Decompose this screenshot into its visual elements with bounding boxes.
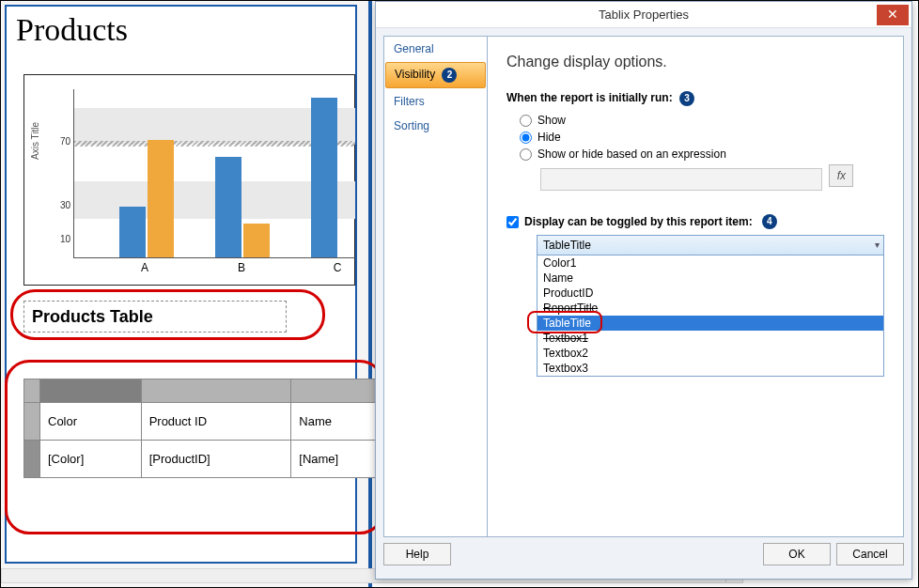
ytick: 30 <box>48 200 70 210</box>
nav-sorting[interactable]: Sorting <box>384 114 487 138</box>
report-page: Products Axis Title 10 30 70 <box>5 5 357 564</box>
nav-visibility[interactable]: Visibility 2 <box>385 62 486 88</box>
chevron-down-icon: ▾ <box>875 240 880 250</box>
dialog-titlebar[interactable]: Tablix Properties ✕ <box>376 2 911 28</box>
dropdown-list: Color1 Name ProductID ReportTitle TableT… <box>537 255 884 377</box>
radio-input[interactable] <box>520 132 532 144</box>
radio-input[interactable] <box>520 148 532 161</box>
content-heading: Change display options. <box>506 54 884 70</box>
close-icon: ✕ <box>887 7 898 22</box>
fx-button[interactable]: fx <box>829 164 853 187</box>
chart[interactable]: Axis Title 10 30 70 A B C <box>23 74 355 286</box>
when-run-label: When the report is initially run: 3 <box>506 91 884 106</box>
dropdown-option[interactable]: Color1 <box>537 255 883 271</box>
report-title: Products <box>7 7 355 54</box>
dropdown-option[interactable]: Name <box>537 271 883 286</box>
nav-filters[interactable]: Filters <box>384 89 487 114</box>
ytick: 70 <box>48 136 70 147</box>
toggle-checkbox[interactable] <box>506 216 519 228</box>
annotation-bubble: 4 <box>762 214 777 229</box>
toggle-item-dropdown[interactable]: TableTitle ▾ Color1 Name ProductID Repor… <box>537 235 884 377</box>
radio-hide[interactable]: Hide <box>520 131 884 144</box>
chart-plot: 10 30 70 A B C <box>73 89 355 258</box>
dialog-nav: General Visibility 2 Filters Sorting <box>383 36 488 537</box>
tablix-header[interactable]: Color <box>40 403 142 441</box>
radio-show[interactable]: Show <box>520 114 884 127</box>
cancel-button[interactable]: Cancel <box>836 543 904 565</box>
radio-expression[interactable]: Show or hide based on an expression <box>520 147 884 161</box>
dropdown-option[interactable]: Textbox2 <box>537 346 883 361</box>
toggle-checkbox-row[interactable]: Display can be toggled by this report it… <box>506 214 884 229</box>
dropdown-option[interactable]: ReportTitle <box>537 301 883 316</box>
help-button[interactable]: Help <box>383 543 451 565</box>
dropdown-option[interactable]: Textbox3 <box>537 361 883 376</box>
xtick: C <box>334 261 342 274</box>
tablix-header[interactable]: Product ID <box>141 403 291 441</box>
expression-textbox[interactable] <box>540 168 822 191</box>
nav-general[interactable]: General <box>384 37 487 61</box>
dropdown-selected: TableTitle <box>543 239 591 252</box>
radio-input[interactable] <box>520 115 532 127</box>
tablix-cell[interactable]: [ProductID] <box>141 441 291 478</box>
ok-button[interactable]: OK <box>763 543 831 565</box>
xtick: B <box>238 261 245 274</box>
tablix[interactable]: Color Product ID Name [Color] [ProductID… <box>23 379 399 478</box>
tablix-cell[interactable]: [Color] <box>40 441 142 478</box>
annotation-bubble: 2 <box>442 68 457 83</box>
tablix-properties-dialog: Tablix Properties ✕ General Visibility 2… <box>375 1 912 580</box>
dialog-title: Tablix Properties <box>599 8 689 22</box>
xtick: A <box>141 261 148 274</box>
annotation-bubble: 3 <box>679 91 694 106</box>
dropdown-option[interactable]: Textbox1 <box>537 331 883 346</box>
dialog-content: Change display options. When the report … <box>488 36 904 537</box>
y-axis-title: Axis Title <box>30 122 40 160</box>
dialog-footer: Help Cancel OK <box>383 543 904 571</box>
table-title-textbox[interactable]: Products Table <box>23 301 287 333</box>
report-design-surface: Products Axis Title 10 30 70 <box>1 1 372 587</box>
dropdown-option[interactable]: ProductID <box>537 286 883 301</box>
close-button[interactable]: ✕ <box>877 5 909 25</box>
dropdown-option[interactable]: TableTitle <box>537 316 883 331</box>
ytick: 10 <box>48 234 70 244</box>
